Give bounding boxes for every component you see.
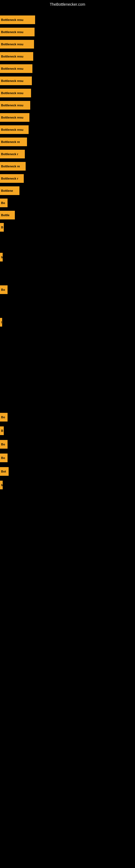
bar-label-23: B bbox=[1, 429, 3, 432]
bar-item-1: Bottleneck resu bbox=[0, 16, 35, 24]
bar-item-13: Bottleneck re bbox=[0, 162, 26, 170]
bar-item-11: Bottleneck re bbox=[0, 137, 27, 146]
bar-label-21: l bbox=[1, 321, 2, 324]
bar-label-18: B bbox=[1, 226, 3, 229]
bar-label-15: Bottlene bbox=[1, 189, 13, 192]
bar-item-9: Bottleneck resu bbox=[0, 113, 30, 122]
bar-label-20: Bo bbox=[1, 288, 5, 291]
bar-label-4: Bottleneck resu bbox=[1, 55, 24, 58]
bar-label-2: Bottleneck resu bbox=[1, 30, 24, 34]
site-title: TheBottlenecker.com bbox=[0, 0, 135, 9]
page-container: TheBottlenecker.com Bottleneck resuBottl… bbox=[0, 0, 135, 868]
bar-label-25: Bo bbox=[1, 456, 5, 460]
bar-item-23: B bbox=[0, 426, 4, 435]
bar-item-12: Bottleneck r bbox=[0, 150, 25, 158]
bar-label-9: Bottleneck resu bbox=[1, 116, 24, 119]
bar-label-5: Bottleneck resu bbox=[1, 67, 24, 70]
bar-label-1: Bottleneck resu bbox=[1, 18, 24, 22]
bar-item-14: Bottleneck r bbox=[0, 174, 24, 183]
bar-item-4: Bottleneck resu bbox=[0, 52, 33, 61]
bar-item-25: Bo bbox=[0, 454, 8, 462]
bar-label-11: Bottleneck re bbox=[1, 140, 20, 144]
bar-item-6: Bottleneck resu bbox=[0, 76, 32, 85]
bar-label-7: Bottleneck resu bbox=[1, 91, 24, 95]
bar-item-27: b bbox=[0, 480, 3, 489]
bar-label-8: Bottleneck resu bbox=[1, 104, 24, 107]
bar-item-22: Bo bbox=[0, 413, 8, 422]
bar-item-10: Bottleneck resu bbox=[0, 125, 29, 134]
bar-item-7: Bottleneck resu bbox=[0, 89, 31, 97]
bar-label-24: Bo bbox=[1, 443, 5, 446]
bar-label-10: Bottleneck resu bbox=[1, 128, 24, 131]
bar-label-19: b bbox=[1, 255, 3, 259]
bar-label-14: Bottleneck r bbox=[1, 177, 18, 180]
bar-item-8: Bottleneck resu bbox=[0, 101, 30, 110]
bar-label-16: Bo bbox=[1, 201, 5, 205]
bar-item-5: Bottleneck resu bbox=[0, 64, 32, 73]
bar-item-16: Bo bbox=[0, 198, 8, 207]
bar-label-12: Bottleneck r bbox=[1, 152, 18, 156]
bar-label-6: Bottleneck resu bbox=[1, 79, 24, 83]
bar-item-3: Bottleneck resu bbox=[0, 40, 34, 49]
bar-item-20: Bo bbox=[0, 285, 8, 294]
bar-label-3: Bottleneck resu bbox=[1, 42, 24, 46]
bar-item-26: Bot bbox=[0, 467, 9, 476]
bar-item-15: Bottlene bbox=[0, 186, 19, 195]
bar-label-26: Bot bbox=[1, 470, 6, 473]
bar-label-17: Bottle bbox=[1, 214, 9, 217]
bar-item-19: b bbox=[0, 253, 3, 261]
bar-label-13: Bottleneck re bbox=[1, 165, 20, 168]
bar-item-17: Bottle bbox=[0, 211, 15, 219]
bar-label-27: b bbox=[1, 484, 3, 487]
bar-item-2: Bottleneck resu bbox=[0, 28, 35, 36]
bar-item-18: B bbox=[0, 223, 4, 231]
bar-item-24: Bo bbox=[0, 440, 8, 448]
bar-item-21: l bbox=[0, 318, 2, 327]
bar-label-22: Bo bbox=[1, 415, 5, 419]
